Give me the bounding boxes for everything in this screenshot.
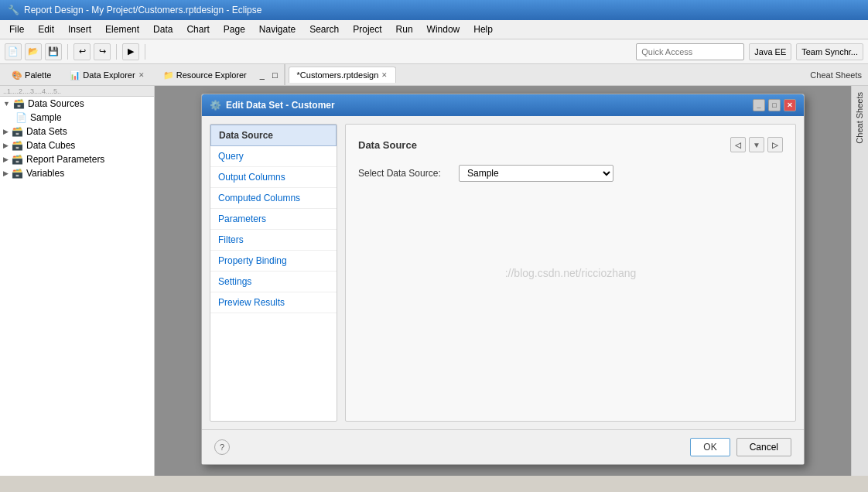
toolbar-btn-new[interactable]: 📄 [5, 43, 22, 60]
report-params-label: Report Parameters [26, 154, 104, 165]
tree-item-variables[interactable]: ▶ 🗃️ Variables [0, 166, 154, 180]
watermark-text: ://blog.csdn.net/ricciozhang [505, 267, 637, 279]
toolbar-btn-open[interactable]: 📂 [25, 43, 42, 60]
toolbar-btn-save[interactable]: 💾 [45, 43, 62, 60]
quick-access-area: Java EE Team Synchr... [636, 43, 863, 60]
cancel-button[interactable]: Cancel [736, 438, 791, 456]
dialog-section-controls: ◁ ▼ ▷ [730, 137, 783, 152]
dialog-title: Edit Data Set - Customer [226, 100, 335, 111]
right-panel: Cheat Sheets [851, 86, 868, 476]
dialog-close-btn[interactable]: ✕ [784, 99, 796, 111]
right-tab-group: *Customers.rptdesign ✕ [285, 64, 400, 85]
dialog-section-header: Data Source ◁ ▼ ▷ [358, 137, 783, 152]
variables-label: Variables [26, 168, 64, 179]
data-source-form-row: Select Data Source: Sample [358, 165, 783, 182]
title-bar: 🔧 Report Design - My Project/Customers.r… [0, 0, 868, 20]
left-panel: ..1....2....3....4....5.. ▼ 🗃️ Data Sour… [0, 86, 155, 476]
tree-item-sample[interactable]: 📄 Sample [0, 111, 154, 125]
dialog-nav-item-parameters[interactable]: Parameters [210, 209, 337, 230]
expand-icon-data-cubes: ▶ [3, 142, 9, 149]
expand-icon-report-params: ▶ [3, 155, 9, 163]
toolbar-sep-2 [116, 44, 117, 60]
tab-maximize[interactable]: □ [269, 69, 281, 81]
section-ctrl-forward[interactable]: ▷ [767, 137, 783, 152]
dialog-icon: ⚙️ [210, 100, 221, 111]
customers-tab-label: *Customers.rptdesign [297, 70, 379, 80]
tree-item-report-params[interactable]: ▶ 🗃️ Report Parameters [0, 152, 154, 166]
dialog-nav-item-filters[interactable]: Filters [210, 230, 337, 251]
menu-item-window[interactable]: Window [421, 22, 466, 37]
edit-dataset-dialog: ⚙️ Edit Data Set - Customer _ □ ✕ Data S… [201, 94, 805, 465]
data-sets-label: Data Sets [26, 126, 67, 137]
expand-icon-variables: ▶ [3, 169, 9, 177]
data-sets-icon: 🗃️ [12, 126, 23, 137]
tab-palette[interactable]: 🎨 Palette [3, 67, 60, 84]
menu-item-insert[interactable]: Insert [62, 22, 97, 37]
menu-item-chart[interactable]: Chart [180, 22, 215, 37]
help-button[interactable]: ? [214, 439, 230, 455]
cheat-sheets-area[interactable]: Cheat Sheets [804, 64, 868, 85]
toolbar: 📄 📂 💾 ↩ ↪ ▶ Java EE Team Synchr... [0, 39, 868, 64]
tab-customers-rptdesign[interactable]: *Customers.rptdesign ✕ [289, 67, 397, 83]
data-explorer-tab-label: 📊 Data Explorer [70, 70, 135, 80]
toolbar-btn-undo[interactable]: ↩ [73, 43, 91, 60]
section-ctrl-dropdown[interactable]: ▼ [749, 137, 764, 152]
data-explorer-tab-close[interactable]: ✕ [138, 71, 145, 79]
section-ctrl-back[interactable]: ◁ [730, 137, 746, 152]
dialog-footer-buttons: OK Cancel [690, 438, 791, 456]
tree-item-data-cubes[interactable]: ▶ 🗃️ Data Cubes [0, 138, 154, 152]
tab-data-explorer[interactable]: 📊 Data Explorer ✕ [61, 67, 152, 84]
dialog-nav-item-query[interactable]: Query [210, 146, 337, 167]
menu-item-help[interactable]: Help [467, 22, 499, 37]
report-params-icon: 🗃️ [12, 154, 23, 165]
select-data-source-label: Select Data Source: [358, 168, 451, 179]
ok-button[interactable]: OK [690, 438, 730, 456]
cheat-sheets-tab[interactable]: Cheat Sheets [852, 86, 867, 150]
dialog-nav-item-data-source[interactable]: Data Source [210, 125, 337, 146]
resource-explorer-tab-label: 📁 Resource Explorer [163, 70, 247, 80]
ruler: ..1....2....3....4....5.. [0, 86, 154, 97]
palette-tab-label: 🎨 Palette [12, 70, 51, 80]
dialog-nav-item-settings[interactable]: Settings [210, 272, 337, 292]
dialog-nav-item-output-columns[interactable]: Output Columns [210, 167, 337, 188]
menu-item-project[interactable]: Project [347, 22, 388, 37]
menu-item-edit[interactable]: Edit [32, 22, 60, 37]
dialog-minimize-btn[interactable]: _ [753, 99, 765, 111]
canvas-area: ⚙️ Edit Data Set - Customer _ □ ✕ Data S… [155, 86, 851, 476]
tree-item-data-sets[interactable]: ▶ 🗃️ Data Sets [0, 125, 154, 138]
dialog-footer: ? OK Cancel [202, 429, 804, 464]
menu-item-search[interactable]: Search [303, 22, 345, 37]
toolbar-btn-redo[interactable]: ↪ [94, 43, 111, 60]
toolbar-btn-run[interactable]: ▶ [122, 43, 139, 60]
dialog-body: Data SourceQueryOutput ColumnsComputed C… [202, 116, 804, 429]
data-cubes-label: Data Cubes [26, 140, 75, 151]
variables-icon: 🗃️ [12, 168, 23, 179]
tab-bar: 🎨 Palette 📊 Data Explorer ✕ 📁 Resource E… [0, 64, 868, 86]
main-area: ..1....2....3....4....5.. ▼ 🗃️ Data Sour… [0, 86, 868, 476]
dialog-title-controls: _ □ ✕ [753, 99, 796, 111]
cheat-sheets-label: Cheat Sheets [810, 70, 862, 80]
toolbar-team-sync[interactable]: Team Synchr... [796, 43, 863, 60]
menu-item-element[interactable]: Element [99, 22, 145, 37]
menu-item-page[interactable]: Page [217, 22, 251, 37]
menu-item-run[interactable]: Run [390, 22, 419, 37]
menu-item-navigate[interactable]: Navigate [253, 22, 302, 37]
window-title: Report Design - My Project/Customers.rpt… [24, 5, 261, 15]
tab-resource-explorer[interactable]: 📁 Resource Explorer [155, 67, 255, 84]
menu-item-file[interactable]: File [3, 22, 30, 37]
toolbar-java-ee[interactable]: Java EE [749, 43, 791, 60]
quick-access-input[interactable] [636, 43, 744, 60]
toolbar-sep-1 [67, 44, 68, 60]
customers-tab-close[interactable]: ✕ [381, 71, 388, 79]
dialog-nav-item-property-binding[interactable]: Property Binding [210, 251, 337, 272]
dialog-maximize-btn[interactable]: □ [768, 99, 781, 111]
data-sources-icon: 🗃️ [13, 98, 25, 109]
tab-minimize[interactable]: _ [257, 69, 268, 81]
dialog-nav: Data SourceQueryOutput ColumnsComputed C… [210, 124, 337, 422]
dialog-nav-item-computed-columns[interactable]: Computed Columns [210, 188, 337, 209]
menu-item-data[interactable]: Data [147, 22, 179, 37]
modal-overlay: ⚙️ Edit Data Set - Customer _ □ ✕ Data S… [155, 86, 851, 476]
data-source-select[interactable]: Sample [459, 165, 613, 182]
dialog-nav-item-preview-results[interactable]: Preview Results [210, 292, 337, 313]
tree-item-data-sources[interactable]: ▼ 🗃️ Data Sources [0, 97, 154, 111]
